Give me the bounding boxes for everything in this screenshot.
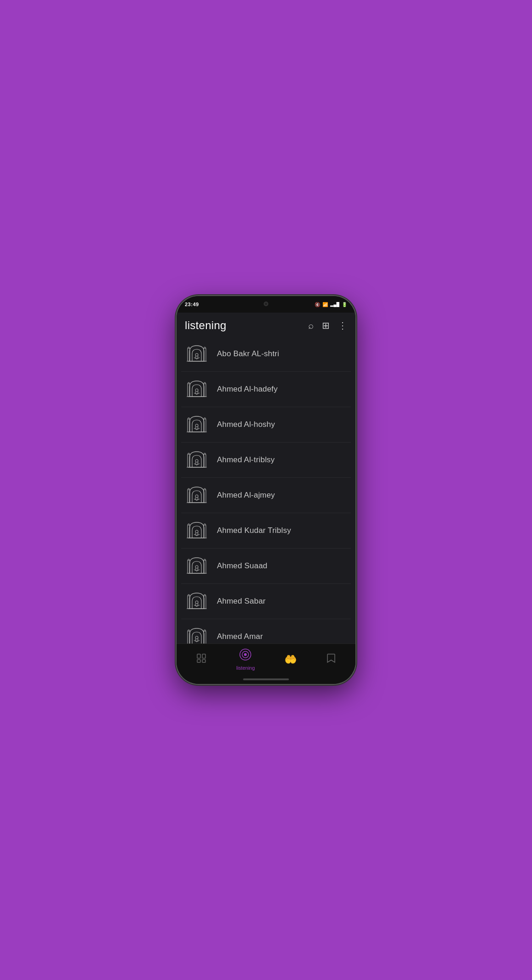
svg-rect-43	[202, 660, 205, 662]
svg-rect-42	[197, 660, 200, 662]
reciter-mosque-icon	[185, 448, 209, 472]
reciter-name: Ahmed Al-triblsy	[217, 455, 275, 465]
top-actions: ⌕ ⊞ ⋮	[308, 320, 347, 331]
reciter-item[interactable]: Ahmed Amar	[181, 619, 351, 644]
bottom-nav: listening 🤲	[177, 644, 355, 675]
svg-rect-41	[202, 654, 205, 658]
status-time: 23:49	[185, 302, 199, 307]
front-camera	[264, 302, 268, 306]
reciter-mosque-icon	[185, 519, 209, 543]
reciter-item[interactable]: Abo Bakr AL-shtri	[181, 336, 351, 372]
reciter-name: Ahmed Sabar	[217, 597, 266, 606]
nav-item-listening[interactable]: listening	[231, 646, 260, 672]
search-icon[interactable]: ⌕	[308, 320, 314, 331]
phone-frame: 23:49 🔇 📶 ▂▄█ 🔋 listening ⌕ ⊞ ⋮	[177, 296, 355, 684]
notch	[248, 299, 284, 309]
reciter-name: Ahmed Suaad	[217, 561, 267, 571]
listening-icon	[239, 648, 252, 664]
reciter-mosque-icon	[185, 483, 209, 507]
reciter-name: Ahmed Al-ajmey	[217, 491, 275, 500]
more-icon[interactable]: ⋮	[338, 320, 347, 331]
screen: 23:49 🔇 📶 ▂▄█ 🔋 listening ⌕ ⊞ ⋮	[177, 296, 355, 684]
reciter-mosque-icon	[185, 589, 209, 613]
svg-point-24	[195, 566, 198, 568]
signal-icon: ▂▄█	[330, 302, 339, 307]
bookmark-icon	[326, 653, 336, 666]
svg-rect-40	[197, 654, 200, 658]
nav-item-bookmark[interactable]	[321, 651, 342, 668]
svg-point-0	[195, 353, 198, 356]
reciter-mosque-icon	[185, 625, 209, 644]
reciter-mosque-icon	[185, 413, 209, 437]
listening-label: listening	[236, 665, 255, 671]
reciter-name: Abo Bakr AL-shtri	[217, 349, 279, 358]
nav-item-library[interactable]	[190, 651, 212, 668]
reciter-item[interactable]: Ahmed Suaad	[181, 549, 351, 584]
reciter-item[interactable]: Ahmed Al-ajmey	[181, 478, 351, 513]
reciter-name: Ahmed Amar	[217, 632, 263, 641]
svg-point-4	[195, 389, 198, 392]
reciter-mosque-icon	[185, 342, 209, 366]
reciter-name: Ahmed Kudar Triblsy	[217, 526, 291, 535]
top-bar: listening ⌕ ⊞ ⋮	[177, 313, 355, 336]
library-icon	[196, 653, 207, 666]
svg-point-28	[195, 601, 198, 604]
reciter-item[interactable]: Ahmed Sabar	[181, 584, 351, 619]
svg-point-20	[195, 530, 198, 533]
app-title: listening	[185, 319, 227, 332]
status-icons: 🔇 📶 ▂▄█ 🔋	[315, 302, 347, 307]
prayer-icon: 🤲	[284, 654, 297, 666]
reciter-name: Ahmed Al-hadefy	[217, 385, 277, 394]
reciter-name: Ahmed Al-hoshy	[217, 420, 275, 429]
home-bar	[243, 678, 289, 680]
reciter-item[interactable]: Ahmed Al-hadefy	[181, 372, 351, 407]
wifi-icon: 📶	[322, 302, 328, 307]
svg-point-46	[244, 653, 247, 656]
reciters-list[interactable]: Abo Bakr AL-shtri Ahmed Al-hadefy	[177, 336, 355, 644]
status-bar: 23:49 🔇 📶 ▂▄█ 🔋	[177, 296, 355, 313]
mute-icon: 🔇	[315, 302, 320, 307]
battery-icon: 🔋	[342, 302, 347, 307]
layout-icon[interactable]: ⊞	[322, 320, 330, 331]
svg-point-12	[195, 459, 198, 462]
home-indicator	[177, 675, 355, 684]
reciter-item[interactable]: Ahmed Al-triblsy	[181, 442, 351, 478]
reciter-mosque-icon	[185, 377, 209, 401]
svg-point-16	[195, 495, 198, 498]
reciter-item[interactable]: Ahmed Al-hoshy	[181, 407, 351, 442]
reciter-item[interactable]: Ahmed Kudar Triblsy	[181, 513, 351, 549]
reciter-mosque-icon	[185, 554, 209, 578]
app-content: listening ⌕ ⊞ ⋮	[177, 313, 355, 644]
svg-point-8	[195, 424, 198, 427]
svg-point-32	[195, 636, 198, 639]
nav-item-prayer[interactable]: 🤲	[279, 652, 302, 667]
